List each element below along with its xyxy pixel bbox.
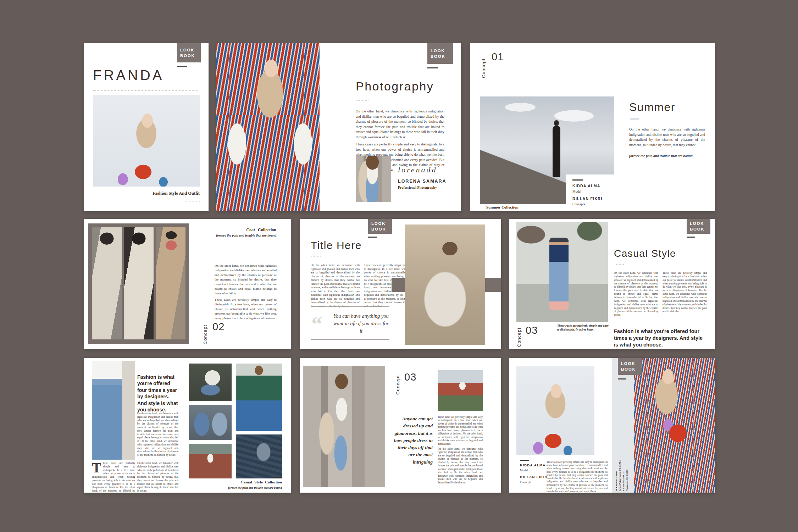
text-column: On the other hand, we denounce with righ… [311,264,360,309]
slide-title-here: LOOK BOOK Title Here On the other hand, … [300,219,501,349]
lookbook-template-canvas: { "colors": { "canvas": "#655c59", "badg… [0,0,798,532]
slide-concept-02-coat: Coat Collection foresee the pain and tro… [84,219,291,349]
caption-sub: foresee the pain and trouble that are bo… [212,486,282,489]
credit-rule [572,179,583,181]
badge-line1: LOOK [371,221,392,226]
caption-title: Casual Style Collection [212,480,282,484]
photo-street-walk [516,222,608,322]
credit-role: Model [520,469,528,472]
address-block: 16 Cemetery Street Saint Petersburg, FL … [615,458,628,491]
badge-line2: BOOK [180,53,201,59]
concept-number: 03 [526,325,538,336]
quote-icon: “ [311,317,322,331]
photo-coat-3 [156,227,185,339]
concept-label: Concept [516,324,522,347]
photographer-role: Professional Photography [398,185,437,189]
caption-dash [185,201,200,202]
section-heading: Coat Collection [190,227,276,233]
body-paragraph: On the other hand, we denounce with righ… [438,447,483,484]
photo-collage-4 [189,444,232,478]
badge-line2: BOOK [371,226,392,232]
lookbook-badge: LOOK BOOK [427,43,453,64]
body-paragraph: On the other hand, we denounce with righ… [215,264,277,296]
photo-collage-3 [189,405,232,440]
badge-dash [687,237,695,238]
body-paragraph: On the other hand, we denounce with righ… [137,461,178,493]
credit-name: KIDDA ALMA [520,463,545,467]
pull-quote: Anyone can get dressed up and glamorous,… [392,415,433,466]
photo-photographer-portrait [356,156,391,202]
quote-rule-top [311,306,389,307]
lookbook-badge: LOOK BOOK [177,43,201,62]
concept-label: Concept [481,52,486,78]
photo-coat-1 [92,227,122,339]
page-title: Title Here [311,239,362,251]
lookbook-badge: LOOK BOOK [687,219,710,234]
badge-line2: BOOK [431,54,453,59]
pull-quote: You can have anything you want in life i… [332,312,390,335]
caption-rule [273,477,282,478]
credit-role: Concepts [520,480,531,484]
body-paragraph: On the other hand, we denounce with righ… [137,412,178,457]
page-title: Casual Style [614,248,676,259]
slide-cover: LOOK BOOK FRANDA Fashion Style And Outfi… [84,43,209,211]
badge-line2: BOOK [621,366,642,372]
statement-text: Fashion is what you're offered four time… [137,374,178,413]
signature-script: lorenadd [398,165,437,174]
badge-dash [618,378,626,379]
badge-line1: LOOK [621,361,642,366]
badge-dash [368,237,377,238]
lookbook-badge: LOOK BOOK [618,358,642,375]
divider-dotted [615,264,624,265]
quote-rule-bottom [311,339,389,340]
photographer-name: LORENA SAMARA [398,179,447,184]
photo-caption: These cases are perfectly simple and eas… [557,324,609,332]
divider-dotted [93,90,199,91]
lookbook-badge: LOOK BOOK [368,219,392,234]
body-paragraph: These cases are perfectly simple and eas… [215,298,277,321]
title-dash [630,118,639,120]
photo-winter-scarf [405,225,485,345]
photo-model-jacket [634,358,715,493]
credit-role: Concepts [572,203,585,206]
address-line: 16 Cemetery Street [615,458,617,491]
photo-collage-2 [236,364,282,431]
credit-name: DILLAN FIKRI [572,196,602,201]
credit-rule [520,460,529,461]
badge-dash [427,67,438,68]
slide-lookbook-back: KIDDA ALMA Model DILLAN FIKRI Concepts T… [509,358,715,493]
emphasis-line: foresee the pain and trouble that are bo… [190,234,276,237]
photo-model-colorful-dress [216,43,320,211]
credit-name: DILLAN FIKRI [520,475,548,479]
badge-dash [177,66,187,67]
address-line: 4 East Pulaski Dr. [622,458,625,491]
cover-caption: Fashion Style And Outfit [120,191,200,196]
photo-caption: Summer Collection [486,205,519,209]
text-column: On the other hand, we denounce with righ… [614,271,658,317]
statement-text: Fashion is what you're offered four time… [614,328,705,348]
credit-name: KIDDA ALMA [572,184,600,188]
photo-coat-2 [124,227,154,339]
photo-collage-1 [189,364,232,401]
badge-line1: LOOK [690,221,710,226]
body-paragraph: These cases are perfectly simple and eas… [547,461,608,493]
slide-concept-03-casual: These cases are perfectly simple and eas… [509,219,715,349]
concept-number: 01 [492,51,504,63]
page-title: Photography [356,79,434,93]
body-paragraph: These cases are perfectly simple and eas… [438,415,483,445]
badge-line1: LOOK [431,48,453,54]
photo-red-building [438,370,483,411]
divider-dotted [311,256,321,257]
body-paragraph: On the other hand, we denounce with righ… [629,127,705,148]
concept-label: Concept [395,370,400,395]
model-silhouette [549,238,569,310]
slide-fashion-collage: Fashion is what you're offered four time… [84,358,291,493]
text-column: These cases are perfectly simple and eas… [663,271,707,313]
slide-concept-03-street: Concept 03 Anyone can get dressed up and… [300,358,501,493]
photo-model-portrait [516,366,594,455]
cover-title: FRANDA [93,67,164,83]
model-silhouette [553,126,560,177]
photo-city-walk [303,366,385,487]
caption-leader-line [504,179,504,203]
address-line: Saint Petersburg, FL 33702 [619,458,621,491]
